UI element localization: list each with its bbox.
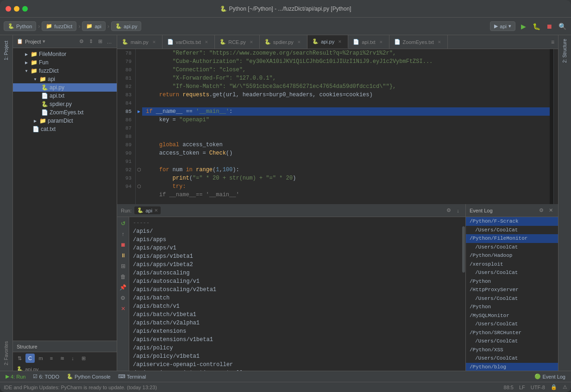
event-item-11[interactable]: /Python [466, 303, 558, 311]
expand-btn[interactable]: ↓ [68, 354, 77, 363]
line-num-89[interactable]: 89 [117, 141, 135, 149]
line-num-90[interactable]: 90 [117, 149, 135, 157]
code-line-82[interactable]: "If-None-Match": "W/\"5591cbce3ac6478562… [142, 82, 550, 91]
method-btn[interactable]: m [36, 354, 45, 363]
line-num-88[interactable]: 88 [117, 132, 135, 141]
tab-overflow[interactable]: ≡ [547, 35, 558, 49]
code-line-85[interactable]: if __name__ == '__main__': [142, 107, 550, 116]
apipy-btn[interactable]: 🐍 api.py [111, 21, 141, 31]
tab-zoomeyes[interactable]: 📄 ZoomEyes.txt ✕ [389, 35, 448, 49]
code-line-89[interactable]: global access_token [142, 141, 550, 149]
tab-rcepy[interactable]: 🐍 RCE.py ✕ [215, 35, 260, 49]
code-line-95[interactable]: if __name__== '__main__' [142, 191, 550, 199]
code-line-83[interactable]: return requests.get(url, headers=burp0_h… [142, 91, 550, 99]
gutter-85[interactable]: ▶ [136, 107, 142, 116]
expand-icon[interactable]: ⊞ [96, 38, 104, 45]
tree-item-fuzzdict[interactable]: ▼ 📁 fuzzDict [13, 67, 117, 75]
event-item-15[interactable]: /Users/CoolCat [466, 337, 558, 346]
tree-item-apitxt[interactable]: 📄 api.txt [13, 92, 117, 100]
stripe-structure[interactable]: 2: Structure [561, 35, 568, 67]
event-item-17[interactable]: /Users/CoolCat [466, 354, 558, 363]
python-btn[interactable]: 🐍 Python [4, 21, 36, 31]
line-num-80[interactable]: 80 [117, 66, 135, 74]
terminal-btn[interactable]: ⌨ Terminal [116, 373, 148, 380]
line-num-87[interactable]: 87 [117, 124, 135, 132]
event-log-btn[interactable]: 🟢 Event Log [533, 373, 567, 380]
tab-spdier[interactable]: 🐍 spdier.py ✕ [260, 35, 307, 49]
run-output[interactable]: ----- /apis/ /apis/apps /apis/apps/v1 /a… [129, 217, 462, 371]
run-gear-icon[interactable]: ⚙ [445, 207, 452, 214]
code-line-92[interactable]: for num in range(1,100): [142, 166, 550, 174]
code-line-84[interactable] [142, 99, 550, 107]
tab-close-main[interactable]: ✕ [151, 39, 157, 45]
run-button[interactable]: ▶ [518, 21, 528, 31]
code-line-93[interactable]: print("=" * 20 + str(num) + "=" * 20) [142, 174, 550, 182]
search-everywhere-button[interactable]: 🔍 [557, 21, 567, 31]
line-num-83[interactable]: 83 [117, 91, 135, 99]
code-line-81[interactable]: "X-Forwarded-For": "127.0.0.1", [142, 74, 550, 82]
tab-close-spdier[interactable]: ✕ [296, 39, 302, 45]
tab-close-rce[interactable]: ✕ [248, 39, 255, 45]
tab-mainpy[interactable]: 🐍 main.py ✕ [117, 35, 163, 49]
more-icon[interactable]: … [106, 38, 113, 45]
pin-btn[interactable]: 📌 [119, 283, 128, 292]
event-item-18[interactable]: /Python/blog [466, 363, 558, 371]
tree-item-spdier[interactable]: 🐍 spdier.py [13, 100, 117, 108]
event-item-9[interactable]: /HttpProxyServer [466, 286, 558, 294]
event-item-16[interactable]: /Python/XSS [466, 346, 558, 355]
maximize-button[interactable] [22, 6, 28, 12]
run-tab-api[interactable]: 🐍 api ✕ [134, 206, 161, 214]
event-gear-icon[interactable]: ⚙ [538, 207, 545, 214]
status-position[interactable]: 88:5 [504, 385, 514, 390]
line-num-92[interactable]: 92 [117, 166, 135, 174]
delete-btn[interactable]: ✕ [119, 304, 128, 313]
code-line-87[interactable] [142, 124, 550, 132]
tab-apipy[interactable]: 🐍 api.py ✕ [307, 35, 348, 49]
python-console-btn[interactable]: 🐍 Python Console [65, 373, 113, 380]
clear-btn[interactable]: 🗑 [119, 272, 128, 281]
code-line-86[interactable]: key = "openapi" [142, 116, 550, 124]
minimize-button[interactable] [14, 6, 19, 12]
rerun-btn[interactable]: ↺ [119, 219, 128, 228]
tree-item-zoomeyes[interactable]: 📄 ZoomEyes.txt [13, 108, 117, 117]
tab-close-api[interactable]: ✕ [337, 38, 343, 45]
line-num-78[interactable]: 78 [117, 49, 135, 57]
event-item-6[interactable]: /xerosploit [466, 260, 558, 269]
event-item-1[interactable]: /Python/F-Scrack [466, 217, 558, 226]
event-item-7[interactable]: /Users/CoolCat [466, 268, 558, 277]
debug-button[interactable]: 🐛 [531, 21, 541, 31]
tree-item-cat[interactable]: 📄 cat.txt [13, 125, 117, 133]
api-folder-btn[interactable]: 📁 api [82, 21, 106, 31]
code-line-91[interactable] [142, 157, 550, 166]
event-item-13[interactable]: /Users/CoolCat [466, 320, 558, 329]
code-line-88[interactable] [142, 132, 550, 141]
event-item-3[interactable]: /Python/FileMonitor [466, 234, 558, 243]
run-config[interactable]: ▶ api ▾ [490, 21, 515, 31]
sort-btn[interactable]: ⇅ [15, 354, 24, 363]
settings-btn[interactable]: ⚙ [119, 293, 128, 303]
line-num-86[interactable]: 86 [117, 116, 135, 124]
run-scrollbar[interactable] [462, 217, 465, 371]
editor-scrollbar[interactable] [553, 49, 558, 204]
group-btn[interactable]: ≡ [47, 354, 56, 363]
tab-close-vardicts[interactable]: ✕ [203, 39, 210, 45]
wrap-btn[interactable]: ⊞ [119, 261, 128, 271]
stripe-project[interactable]: 1: Project [3, 37, 10, 64]
tab-apitxt[interactable]: 📄 api.txt ✕ [348, 35, 389, 49]
stop-button[interactable]: ⏹ [544, 21, 554, 31]
todo-btn[interactable]: ☑ 6: TODO [31, 373, 61, 380]
run-save-icon[interactable]: ↓ [454, 207, 462, 214]
line-num-85[interactable]: 85 [117, 107, 135, 116]
event-item-2[interactable]: /Users/CoolCat [466, 226, 558, 235]
fuzzdict-btn[interactable]: 📁 fuzzDict [42, 21, 76, 31]
event-item-12[interactable]: /MySQLMonitor [466, 311, 558, 320]
event-item-10[interactable]: /Users/CoolCat [466, 294, 558, 303]
tree-item-fun[interactable]: ▶ 📁 Fun [13, 58, 117, 67]
stop-run-btn[interactable]: ⏹ [119, 240, 128, 249]
tab-close-apitxt[interactable]: ✕ [378, 39, 384, 45]
collapse-btn[interactable]: ⊞ [79, 354, 88, 363]
line-num-84[interactable]: 84 [117, 99, 135, 107]
close-button[interactable] [6, 6, 11, 12]
code-line-79[interactable]: "Cube-Authorization": "ey30eXA10iJKV1QiL… [142, 57, 550, 66]
filter-btn[interactable]: ≋ [57, 354, 67, 363]
